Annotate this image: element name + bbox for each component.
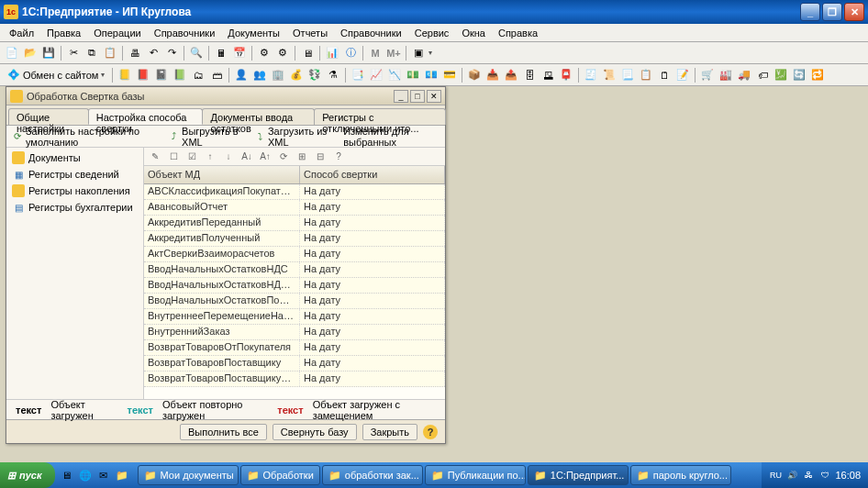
tb-icon-4[interactable]: 📗 — [172, 67, 188, 83]
sort-desc-icon[interactable]: A↑ — [258, 150, 273, 164]
minimize-button[interactable]: _ — [800, 3, 820, 21]
table-row[interactable]: ВводНачальныхОстатковНДСНа дату — [144, 262, 445, 278]
tab-general[interactable]: Общие настройки — [8, 108, 89, 125]
edit-icon[interactable]: ✎ — [148, 150, 162, 164]
close-button[interactable]: ✕ — [844, 3, 864, 21]
table-row[interactable]: АккредитивПереданныйНа дату — [144, 216, 445, 231]
move-up-icon[interactable]: ↑ — [203, 150, 217, 164]
taskbar-item[interactable]: 📁Обработки — [240, 465, 320, 485]
tray-volume-icon[interactable]: 🔊 — [785, 469, 798, 482]
tab-disabled-registers[interactable]: Регистры с отключенными ито... — [314, 108, 446, 125]
tb-icon-8[interactable]: 👥 — [251, 67, 268, 83]
tb-icon-32[interactable]: 🏭 — [718, 67, 734, 83]
table-row[interactable]: АккредитивПолученныйНа дату — [144, 231, 445, 247]
tb-icon-31[interactable]: 🛒 — [699, 67, 716, 83]
menu-catalogs[interactable]: Справочники — [149, 26, 221, 40]
col-mode[interactable]: Способ свертки — [300, 166, 445, 183]
table-row[interactable]: ВнутреннийЗаказНа дату — [144, 325, 445, 340]
tb-icon-16[interactable]: 💵 — [405, 67, 421, 83]
table-row[interactable]: ABCКлассификацияПокупателейНа дату — [144, 184, 445, 200]
tb-icon-23[interactable]: 🗳 — [540, 67, 556, 83]
nav-acc-registers[interactable]: ▤ Регистры бухгалтерии — [6, 199, 143, 216]
dropdown-icon[interactable]: ▾ — [428, 49, 432, 57]
table-row[interactable]: ВозвратТоваровОтПокупателяНа дату — [144, 340, 445, 356]
gear-icon[interactable]: ⚙ — [256, 45, 273, 61]
tb-icon-28[interactable]: 📋 — [638, 67, 654, 83]
taskbar-item[interactable]: 📁Публикации по... — [425, 465, 526, 485]
tb-icon-13[interactable]: 📑 — [350, 67, 366, 83]
taskbar-item[interactable]: 📁пароль кругло... — [630, 465, 731, 485]
help2-icon[interactable]: ? — [331, 150, 346, 164]
open-icon[interactable]: 📂 — [22, 45, 39, 61]
tb-icon-24[interactable]: 📮 — [558, 67, 574, 83]
nav-documents[interactable]: Документы — [6, 150, 143, 166]
tb-icon-1[interactable]: 📒 — [117, 67, 133, 83]
save-icon[interactable]: 💾 — [40, 45, 57, 61]
tray-shield-icon[interactable]: 🛡 — [818, 469, 831, 482]
ql-icon-2[interactable]: 🌐 — [77, 467, 94, 483]
taskbar-item[interactable]: 📁1С:Предприят... — [528, 465, 629, 485]
tb-icon-9[interactable]: 🏢 — [270, 67, 286, 83]
menu-help[interactable]: Справка — [493, 26, 543, 40]
redo-icon[interactable]: ↷ — [163, 45, 180, 61]
menu-catalogs2[interactable]: Справочники — [335, 26, 407, 40]
menu-windows[interactable]: Окна — [456, 26, 491, 40]
tb-icon-37[interactable]: 🔁 — [809, 67, 826, 83]
zip-icon[interactable]: ▣ — [410, 45, 427, 61]
menu-operations[interactable]: Операции — [88, 26, 146, 40]
grid-body[interactable]: ABCКлассификацияПокупателейНа датуАвансо… — [144, 184, 445, 399]
paste-icon[interactable]: 📋 — [102, 45, 118, 61]
tb-icon-25[interactable]: 🧾 — [583, 67, 599, 83]
tb-icon-35[interactable]: 💹 — [773, 67, 789, 83]
tb-icon-26[interactable]: 📜 — [601, 67, 618, 83]
taskbar-item[interactable]: 📁Мои документы — [138, 465, 239, 485]
check-icon[interactable]: ☐ — [166, 150, 181, 164]
menu-file[interactable]: Файл — [4, 26, 39, 40]
m-icon[interactable]: M — [367, 45, 384, 61]
ql-icon-3[interactable]: ✉ — [95, 467, 112, 483]
inner-close-button[interactable]: ✕ — [427, 90, 441, 103]
start-button[interactable]: ⊞ пуск — [0, 462, 55, 488]
uncheck-icon[interactable]: ☑ — [184, 150, 199, 164]
tb-icon-33[interactable]: 🚚 — [736, 67, 752, 83]
tb-icon-2[interactable]: 📕 — [135, 67, 151, 83]
tree2-icon[interactable]: ⊟ — [313, 150, 328, 164]
menu-reports[interactable]: Отчеты — [287, 26, 333, 40]
new-icon[interactable]: 📄 — [4, 45, 20, 61]
table-row[interactable]: ВозвратТоваровПоставщикуИзНТТНа дату — [144, 372, 445, 387]
move-down-icon[interactable]: ↓ — [221, 150, 236, 164]
table-row[interactable]: АктСверкиВзаиморасчетовНа дату — [144, 247, 445, 262]
menu-documents[interactable]: Документы — [222, 26, 285, 40]
tb-icon-18[interactable]: 💳 — [441, 67, 458, 83]
tb-icon-17[interactable]: 💶 — [423, 67, 440, 83]
nav-info-registers[interactable]: ▦ Регистры сведений — [6, 166, 143, 183]
tray-network-icon[interactable]: 🖧 — [802, 469, 815, 482]
close-form-button[interactable]: Закрыть — [362, 424, 417, 440]
table-row[interactable]: ВнутреннееПеремещениеНаличныхД...На дату — [144, 309, 445, 325]
table-row[interactable]: ВозвратТоваровПоставщикуНа дату — [144, 356, 445, 372]
table-row[interactable]: ВводНачальныхОстатковПоВзаимор...На дату — [144, 294, 445, 309]
mplus-icon[interactable]: M+ — [385, 45, 402, 61]
sort-asc-icon[interactable]: A↓ — [239, 150, 254, 164]
display-icon[interactable]: 🖥 — [299, 45, 316, 61]
tb-icon-29[interactable]: 🗒 — [656, 67, 673, 83]
tab-collapse-method[interactable]: Настройка способа свертки — [88, 108, 204, 125]
tb-icon-20[interactable]: 📥 — [484, 67, 501, 83]
exchange-button[interactable]: 💠 Обмен с сайтом ▾ — [4, 69, 108, 81]
tb-icon-19[interactable]: 📦 — [466, 67, 483, 83]
help-icon[interactable]: ⓘ — [342, 45, 359, 61]
restore-button[interactable]: ❐ — [822, 3, 842, 21]
calc-icon[interactable]: 🖩 — [213, 45, 229, 61]
tb-icon-10[interactable]: 💰 — [288, 67, 305, 83]
tb-icon-15[interactable]: 📉 — [386, 67, 403, 83]
calendar-icon[interactable]: 📅 — [231, 45, 248, 61]
ql-icon-4[interactable]: 📁 — [114, 467, 130, 483]
run-all-button[interactable]: Выполнить все — [180, 424, 267, 440]
settings2-icon[interactable]: ⚙ — [274, 45, 291, 61]
tb-icon-21[interactable]: 📤 — [503, 67, 519, 83]
table-row[interactable]: АвансовыйОтчетНа дату — [144, 200, 445, 216]
menu-service[interactable]: Сервис — [409, 26, 455, 40]
tb-icon-34[interactable]: 🏷 — [754, 67, 771, 83]
tray-lang[interactable]: RU — [769, 469, 782, 482]
tb-icon-11[interactable]: 💱 — [306, 67, 323, 83]
